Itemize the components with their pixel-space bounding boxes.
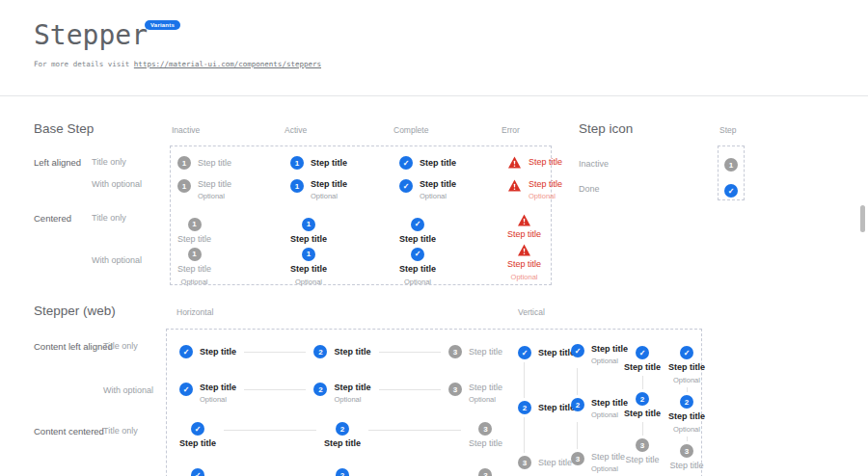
step-title: Step title bbox=[668, 411, 705, 422]
step-optional: Optional bbox=[673, 376, 700, 384]
step-number-icon: 1 bbox=[188, 248, 202, 261]
row-variant-title-only: Title only bbox=[103, 426, 138, 436]
step-title: Step title bbox=[538, 458, 572, 468]
check-icon: ✓ bbox=[680, 346, 693, 359]
scrollbar-thumb[interactable] bbox=[860, 205, 865, 232]
row-label-inactive: Inactive bbox=[579, 159, 609, 169]
step-title: Step title bbox=[529, 157, 562, 168]
step-title: Step title bbox=[591, 452, 625, 463]
horizontal-stepper-centered: ✓ Step title 2 Step title 3 Step title bbox=[179, 422, 502, 449]
step-icon-heading: Step icon bbox=[579, 121, 633, 136]
step-connector bbox=[368, 430, 461, 431]
step-number-icon: 3 bbox=[478, 422, 492, 436]
check-icon: ✓ bbox=[571, 344, 584, 357]
step-number-icon: 3 bbox=[636, 438, 649, 452]
check-icon: ✓ bbox=[179, 345, 193, 358]
step-optional: Optional bbox=[295, 278, 322, 286]
step-connector bbox=[577, 422, 578, 449]
column-header-inactive: Inactive bbox=[172, 125, 200, 135]
check-icon: ✓ bbox=[411, 248, 424, 261]
step-connector bbox=[244, 352, 306, 353]
variants-badge[interactable]: Variants bbox=[145, 20, 180, 30]
step-title: Step title bbox=[669, 461, 703, 471]
step-title: Step title bbox=[290, 264, 327, 275]
row-variant-with-optional: With optional bbox=[92, 179, 142, 189]
step-connector bbox=[687, 387, 688, 392]
step-inactive-centered-optional: 1 Step title Optional bbox=[177, 243, 290, 286]
base-step-grid: 1 Step title 1 Step title ✓ Step title S… bbox=[171, 146, 551, 286]
row-group-content-left-aligned: Content left aligned bbox=[34, 341, 113, 352]
step-number-icon: 2 bbox=[313, 383, 327, 396]
step-number-icon: 1 bbox=[724, 158, 738, 172]
row-group-content-centered: Content centered bbox=[34, 426, 104, 436]
step-connector bbox=[642, 376, 643, 389]
material-ui-link[interactable]: https://material-ui.com/components/stepp… bbox=[134, 60, 321, 68]
step-optional: Optional bbox=[200, 395, 236, 404]
subtitle: For more details visit https://material-… bbox=[34, 60, 321, 68]
step-optional: Optional bbox=[181, 278, 208, 286]
step-complete-centered: ✓ Step title bbox=[399, 213, 507, 243]
step-error-centered: Step title bbox=[507, 213, 562, 243]
row-variant-with-optional: With optional bbox=[103, 385, 153, 395]
check-icon: ✓ bbox=[191, 468, 204, 476]
step-optional: Optional bbox=[404, 278, 431, 286]
step-title: Step title bbox=[334, 383, 370, 393]
step-title: Step title bbox=[538, 403, 575, 413]
step-optional: Optional bbox=[334, 395, 370, 404]
step-optional: Optional bbox=[311, 192, 347, 200]
step-optional: Optional bbox=[591, 464, 625, 473]
step-title: Step title bbox=[177, 264, 211, 275]
step-icon-frame: 1 ✓ bbox=[718, 145, 745, 200]
design-spec-canvas: Stepper Variants For more details visit … bbox=[0, 0, 868, 476]
step-title: Step title bbox=[469, 383, 502, 393]
step-title: Step title bbox=[198, 158, 231, 169]
step-connector bbox=[224, 430, 316, 431]
step-title: Step title bbox=[469, 347, 502, 357]
step-number-icon: 1 bbox=[302, 218, 315, 231]
step-optional: Optional bbox=[529, 192, 562, 200]
step-optional: Optional bbox=[198, 192, 231, 200]
horizontal-stepper-with-optional: ✓ Step title Optional 2 Step title Optio… bbox=[179, 383, 502, 404]
warning-icon bbox=[507, 179, 522, 192]
step-title: Step title bbox=[311, 158, 347, 169]
column-header-vertical: Vertical bbox=[518, 307, 545, 317]
step-title: Step title bbox=[624, 409, 661, 419]
step-connector bbox=[687, 436, 688, 441]
vertical-stepper-centered-optional: ✓ Step title Optional 2 Step title Optio… bbox=[665, 346, 708, 476]
stepper-web-heading: Stepper (web) bbox=[34, 304, 116, 318]
row-variant-title-only: Title only bbox=[92, 157, 126, 167]
step-title: Step title bbox=[469, 438, 502, 449]
step-optional: Optional bbox=[511, 273, 538, 281]
step-title: Step title bbox=[420, 179, 456, 190]
vertical-stepper-with-optional: ✓ Step title Optional 2 Step title Optio… bbox=[571, 344, 628, 473]
step-inactive-optional: 1 Step title Optional bbox=[177, 179, 290, 213]
step-complete: ✓ Step title bbox=[399, 156, 507, 179]
step-error: Step title bbox=[507, 156, 562, 179]
row-variant-title-only: Title only bbox=[92, 213, 126, 223]
row-group-centered: Centered bbox=[34, 213, 71, 224]
step-title: Step title bbox=[529, 179, 562, 190]
base-step-heading: Base Step bbox=[34, 121, 94, 136]
step-title: Step title bbox=[334, 347, 370, 357]
warning-icon bbox=[507, 156, 522, 169]
step-number-icon: 3 bbox=[518, 456, 531, 469]
step-complete-centered-optional: ✓ Step title Optional bbox=[399, 243, 507, 286]
step-title: Step title bbox=[200, 383, 236, 393]
step-number-icon: 2 bbox=[336, 468, 349, 476]
check-icon: ✓ bbox=[399, 156, 413, 170]
step-title: Step title bbox=[624, 362, 661, 373]
step-optional: Optional bbox=[469, 395, 502, 404]
step-number-icon: 1 bbox=[177, 156, 191, 170]
column-header-horizontal: Horizontal bbox=[176, 307, 213, 317]
step-title: Step title bbox=[311, 179, 347, 190]
step-title: Step title bbox=[668, 362, 705, 373]
step-number-icon: 2 bbox=[518, 401, 531, 414]
step-optional: Optional bbox=[420, 192, 456, 200]
vertical-stepper-title-only: ✓ Step title 2 Step title 3 Step title bbox=[518, 346, 575, 469]
row-variant-with-optional: With optional bbox=[92, 255, 142, 265]
subtitle-text: For more details visit bbox=[34, 60, 129, 68]
step-number-icon: 2 bbox=[313, 345, 327, 358]
step-optional: Optional bbox=[673, 425, 700, 434]
check-icon: ✓ bbox=[518, 346, 531, 359]
step-title: Step title bbox=[420, 158, 456, 169]
